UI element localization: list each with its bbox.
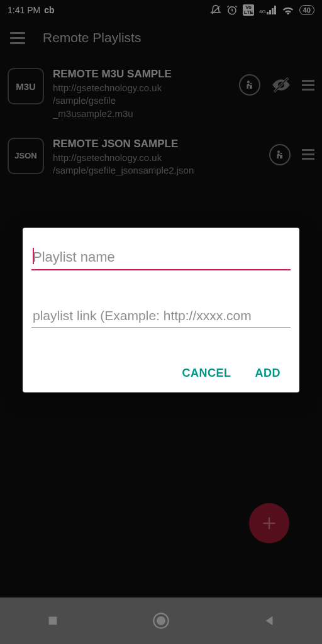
status-time: 1:41 PM — [8, 5, 40, 15]
parental-icon[interactable] — [239, 74, 260, 96]
dnd-icon — [210, 4, 221, 16]
recents-button[interactable] — [46, 614, 60, 628]
svg-rect-8 — [49, 617, 57, 625]
cancel-button[interactable]: CANCEL — [182, 367, 231, 380]
add-fab[interactable] — [249, 503, 289, 543]
playlist-url: http://gsetechnology.co.uk /sample/gsefi… — [53, 152, 260, 177]
wifi-icon — [282, 5, 294, 15]
back-button[interactable] — [262, 614, 276, 628]
svg-point-10 — [157, 617, 165, 625]
text-cursor — [33, 248, 34, 264]
page-title: Remote Playlists — [43, 30, 141, 45]
alarm-icon — [226, 4, 238, 16]
svg-point-5 — [277, 150, 280, 153]
item-menu-icon[interactable] — [302, 80, 314, 91]
item-menu-icon[interactable] — [302, 149, 314, 160]
playlist-name-field — [31, 245, 291, 270]
parental-icon[interactable] — [269, 144, 291, 165]
home-button[interactable] — [152, 612, 170, 630]
android-nav-bar — [0, 597, 322, 644]
volte-icon: Vo LTE — [243, 4, 254, 16]
playlist-url: http://gsetechnology.co.uk /sample/gsefi… — [53, 82, 230, 120]
signal-icon: 4G — [259, 6, 277, 14]
playlist-link-field — [31, 304, 291, 328]
add-playlist-dialog: CANCEL ADD — [23, 228, 299, 392]
playlist-name-input[interactable] — [31, 245, 291, 270]
playlist-title: REMOTE M3U SAMPLE — [53, 68, 230, 80]
status-bar: 1:41 PM cb Vo LTE 4G 40 — [0, 0, 322, 20]
playlist-link-input[interactable] — [31, 304, 291, 328]
type-badge-m3u: M3U — [8, 68, 44, 104]
app-bar: Remote Playlists — [0, 20, 322, 55]
playlist-list: M3U REMOTE M3U SAMPLE http://gsetechnolo… — [0, 55, 322, 177]
status-carrier: cb — [44, 5, 54, 15]
playlist-title: REMOTE JSON SAMPLE — [53, 138, 260, 150]
type-badge-json: JSON — [8, 138, 44, 174]
playlist-item[interactable]: M3U REMOTE M3U SAMPLE http://gsetechnolo… — [8, 68, 314, 120]
eye-off-icon[interactable] — [272, 75, 291, 94]
playlist-item[interactable]: JSON REMOTE JSON SAMPLE http://gsetechno… — [8, 138, 314, 177]
add-button[interactable]: ADD — [255, 367, 281, 380]
plus-icon — [260, 514, 278, 532]
battery-icon: 40 — [299, 5, 314, 15]
svg-point-2 — [247, 80, 250, 83]
menu-icon[interactable] — [10, 32, 25, 44]
